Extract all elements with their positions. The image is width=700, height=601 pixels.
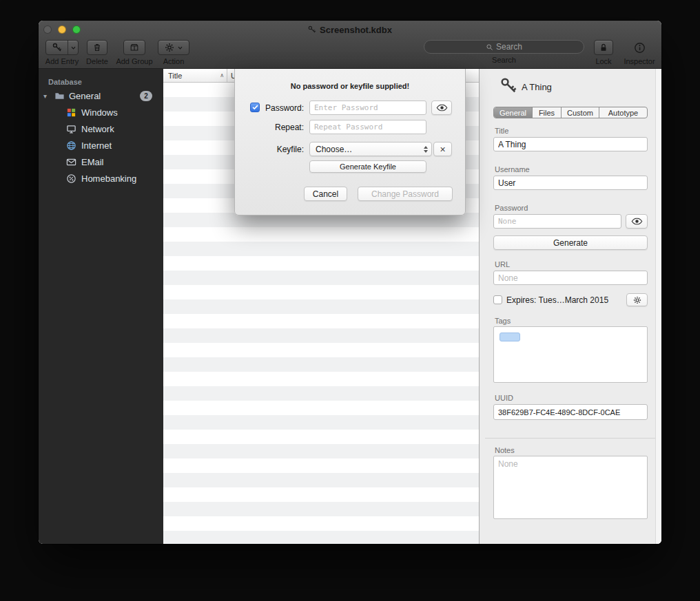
tab-general[interactable]: General bbox=[494, 107, 532, 118]
add-group-button[interactable] bbox=[123, 40, 145, 55]
title-field[interactable] bbox=[493, 137, 648, 151]
inspector-divider bbox=[485, 438, 656, 439]
popup-stepper-icon bbox=[424, 146, 428, 153]
sidebar-item-windows[interactable]: Windows bbox=[39, 104, 163, 120]
gear-icon bbox=[633, 296, 641, 304]
generate-button-label: Generate bbox=[553, 238, 588, 248]
title-field-label: Title bbox=[495, 127, 508, 135]
inspector-panel: A Thing General Files Custom Autotype Ti… bbox=[479, 69, 661, 544]
sidebar-item-network[interactable]: Network bbox=[39, 120, 163, 137]
tags-field-label: Tags bbox=[495, 317, 511, 325]
inspector-scrollbar[interactable] bbox=[655, 69, 661, 544]
add-entry-toolbar-item: Add Entry bbox=[45, 40, 79, 65]
inspector-tabs: General Files Custom Autotype bbox=[493, 107, 648, 118]
notes-field[interactable] bbox=[493, 456, 648, 519]
lock-toolbar-item: Lock bbox=[593, 40, 615, 65]
reveal-password-button[interactable] bbox=[626, 214, 648, 229]
password-field-label: Password bbox=[495, 204, 528, 212]
box-icon bbox=[130, 43, 139, 52]
delete-button[interactable] bbox=[87, 40, 107, 55]
window-title-text: Screenshot.kdbx bbox=[320, 25, 392, 35]
tab-files[interactable]: Files bbox=[532, 107, 561, 118]
search-label: Search bbox=[492, 56, 516, 64]
search-toolbar-item: Search Search bbox=[424, 40, 584, 64]
repeat-password-input[interactable] bbox=[309, 120, 426, 134]
folder-icon bbox=[54, 91, 65, 101]
password-field[interactable] bbox=[493, 214, 621, 229]
sidebar-item-label: Network bbox=[81, 124, 114, 134]
add-entry-button[interactable] bbox=[45, 40, 79, 55]
url-field-label: URL bbox=[495, 260, 510, 268]
titlebar[interactable]: Screenshot.kdbx bbox=[39, 21, 661, 39]
trash-icon bbox=[92, 43, 102, 52]
uuid-field-label: UUID bbox=[495, 394, 513, 402]
percent-coin-icon bbox=[66, 173, 76, 184]
clear-keyfile-button[interactable]: × bbox=[433, 142, 452, 156]
inspector-label: Inspector bbox=[624, 57, 655, 65]
password-label: Password: bbox=[235, 103, 304, 113]
tab-autotype[interactable]: Autotype bbox=[599, 107, 647, 118]
key-plus-icon bbox=[46, 41, 68, 54]
add-entry-label: Add Entry bbox=[45, 57, 79, 65]
column-title-text: Title bbox=[168, 72, 182, 80]
keyfile-popup-value: Choose… bbox=[316, 145, 352, 154]
sidebar-item-label: Homebanking bbox=[81, 173, 136, 184]
expires-checkbox[interactable] bbox=[493, 295, 502, 304]
window-header: Screenshot.kdbx Add Entry Delete bbox=[39, 21, 661, 69]
enter-password-input[interactable] bbox=[309, 101, 426, 115]
sidebar-item-label: Internet bbox=[81, 140, 112, 151]
sort-ascending-icon: ∧ bbox=[220, 72, 224, 78]
keyfile-popup-button[interactable]: Choose… bbox=[309, 142, 432, 156]
repeat-label: Repeat: bbox=[235, 123, 304, 132]
monitor-icon bbox=[66, 124, 76, 134]
username-field-label: Username bbox=[495, 165, 530, 173]
change-password-sheet: No password or keyfile supplied! Passwor… bbox=[234, 69, 466, 215]
lock-label: Lock bbox=[595, 57, 611, 65]
column-header-title[interactable]: Title ∧ bbox=[163, 69, 227, 82]
document-proxy-icon bbox=[308, 25, 316, 34]
username-field[interactable] bbox=[493, 176, 648, 190]
uuid-field[interactable] bbox=[493, 404, 648, 420]
tags-field[interactable] bbox=[493, 326, 648, 383]
envelope-icon bbox=[66, 157, 76, 167]
delete-label: Delete bbox=[86, 57, 108, 65]
toolbar: Add Entry Delete Add Group Action bbox=[39, 39, 661, 69]
search-placeholder: Search bbox=[496, 42, 522, 52]
globe-icon bbox=[66, 140, 76, 151]
expires-options-button[interactable] bbox=[626, 293, 648, 306]
action-toolbar-item: Action bbox=[157, 40, 190, 65]
sidebar-group-label: General bbox=[69, 91, 101, 101]
lock-icon bbox=[599, 43, 608, 52]
search-icon bbox=[486, 43, 493, 51]
gear-icon bbox=[165, 43, 174, 52]
sidebar-item-label: Windows bbox=[81, 107, 118, 118]
action-button[interactable] bbox=[158, 40, 189, 55]
change-password-button[interactable]: Change Password bbox=[358, 187, 453, 201]
sidebar-group-general[interactable]: ▾ General 2 bbox=[39, 87, 163, 104]
sidebar-item-internet[interactable]: Internet bbox=[39, 137, 163, 154]
lock-button[interactable] bbox=[594, 40, 613, 55]
cancel-button-label: Cancel bbox=[313, 189, 338, 199]
cancel-button[interactable]: Cancel bbox=[304, 187, 347, 201]
keyfile-label: Keyfile: bbox=[235, 145, 304, 154]
action-label: Action bbox=[163, 57, 185, 65]
search-input[interactable]: Search bbox=[424, 40, 584, 54]
change-password-label: Change Password bbox=[371, 189, 439, 199]
tag-chip[interactable] bbox=[500, 333, 520, 341]
disclosure-triangle-icon[interactable]: ▾ bbox=[43, 92, 53, 100]
chevron-down-icon[interactable] bbox=[68, 41, 78, 54]
windows-grid-icon bbox=[66, 107, 76, 118]
inspector-entry-title: A Thing bbox=[522, 82, 552, 92]
expires-label: Expires: Tues…March 2015 bbox=[506, 295, 608, 305]
sidebar-item-label: EMail bbox=[81, 157, 104, 167]
sheet-warning-message: No password or keyfile supplied! bbox=[235, 82, 465, 90]
sidebar-item-homebanking[interactable]: Homebanking bbox=[39, 170, 163, 187]
generate-password-button[interactable]: Generate bbox=[493, 235, 648, 250]
reveal-password-button[interactable] bbox=[431, 101, 452, 115]
generate-keyfile-button[interactable]: Generate Keyfile bbox=[309, 160, 426, 173]
inspector-button[interactable] bbox=[630, 40, 649, 55]
tab-custom[interactable]: Custom bbox=[561, 107, 599, 118]
sidebar-item-email[interactable]: EMail bbox=[39, 154, 163, 170]
url-field[interactable] bbox=[493, 271, 648, 285]
eye-icon bbox=[436, 104, 448, 112]
